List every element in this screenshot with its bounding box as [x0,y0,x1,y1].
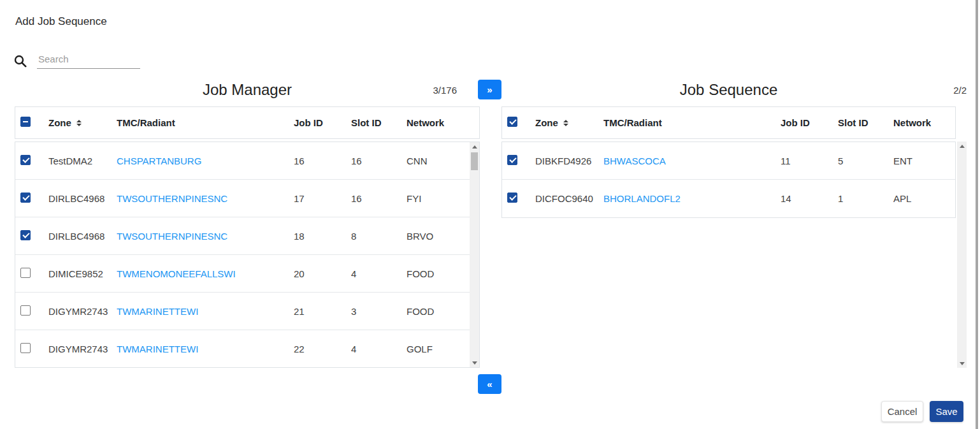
scroll-up-icon[interactable] [470,142,479,151]
search-input[interactable] [37,52,140,69]
slot-id-cell: 4 [351,344,407,354]
tmc-link[interactable]: BHORLANDOFL2 [603,193,681,204]
network-cell: FYI [407,193,470,204]
table-row[interactable]: DIRLBC4968 TWSOUTHERNPINESNC 17 16 FYI [15,180,470,217]
job-manager-count: 3/176 [433,85,457,96]
table-row[interactable]: TestDMA2 CHSPARTANBURG 16 16 CNN [15,142,470,180]
page-title: Add Job Sequence [15,15,107,28]
network-cell: CNN [407,156,470,166]
job-sequence-title: Job Sequence [501,76,956,103]
row-checkbox[interactable] [507,155,517,165]
scrollbar-thumb[interactable] [471,152,478,170]
save-button[interactable]: Save [930,401,963,422]
cancel-button[interactable]: Cancel [881,401,923,422]
zone-cell: TestDMA2 [48,156,117,166]
slot-id-cell: 4 [351,268,407,279]
move-to-sequence-button[interactable]: » [478,80,501,99]
select-all-checkbox[interactable] [507,117,517,127]
zone-cell: DIRLBC4968 [48,231,117,242]
job-id-header: Job ID [294,117,351,128]
job-id-cell: 21 [294,306,351,317]
network-header: Network [893,117,955,128]
sort-icon [76,120,82,126]
zone-cell: DIMICE9852 [48,268,117,279]
row-checkbox[interactable] [20,230,31,240]
network-cell: APL [893,193,955,204]
job-id-cell: 17 [294,193,351,204]
table-row[interactable]: DICFOC9640 BHORLANDOFL2 14 1 APL [502,180,955,217]
network-cell: ENT [893,156,955,166]
slot-id-cell: 1 [838,193,893,204]
job-id-header: Job ID [781,117,838,128]
job-id-cell: 16 [294,156,351,166]
select-all-checkbox[interactable] [20,117,31,127]
job-sequence-body: DIBKFD4926 BHWASCOCA 11 5 ENT DICFOC9640… [501,142,956,218]
row-checkbox[interactable] [20,193,31,203]
row-checkbox[interactable] [20,155,31,165]
job-sequence-scrollbar [957,142,967,368]
tmc-link[interactable]: BHWASCOCA [603,156,666,166]
table-row[interactable]: DIMICE9852 TWMENOMONEEFALLSWI 20 4 FOOD [15,255,470,293]
job-sequence-count: 2/2 [953,85,967,96]
scroll-down-icon[interactable] [957,359,967,368]
slot-id-header: Slot ID [838,117,893,128]
job-id-cell: 18 [294,231,351,242]
network-cell: BRVO [407,231,470,242]
slot-id-cell: 3 [351,306,407,317]
move-to-manager-button[interactable]: « [478,374,501,394]
table-row[interactable]: DIGYMR2743 TWMARINETTEWI 21 3 FOOD [15,293,470,330]
slot-id-header: Slot ID [351,117,407,128]
job-sequence-panel: Job Sequence 2/2 Zone TMC/Radiant Job ID… [501,76,956,218]
slot-id-cell: 16 [351,156,407,166]
zone-cell: DIGYMR2743 [48,344,117,354]
job-id-cell: 14 [781,193,838,204]
slot-id-cell: 5 [838,156,893,166]
zone-sort-header[interactable]: Zone [535,117,603,128]
row-checkbox[interactable] [20,305,31,316]
tmc-link[interactable]: TWSOUTHERNPINESNC [117,193,227,204]
job-sequence-header: Zone TMC/Radiant Job ID Slot ID Network [501,106,956,139]
job-manager-body: TestDMA2 CHSPARTANBURG 16 16 CNN DIRLBC4… [15,142,480,368]
job-id-cell: 20 [294,268,351,279]
scroll-up-icon[interactable] [957,142,967,150]
network-cell: FOOD [407,306,470,317]
job-id-cell: 22 [294,344,351,354]
network-header: Network [407,117,479,128]
slot-id-cell: 8 [351,231,407,242]
tmc-link[interactable]: CHSPARTANBURG [117,156,201,166]
scroll-down-icon[interactable] [470,358,479,367]
zone-cell: DICFOC9640 [535,193,603,204]
tmc-link[interactable]: TWSOUTHERNPINESNC [117,231,227,242]
tmc-header: TMC/Radiant [603,117,781,128]
job-manager-title: Job Manager [15,76,480,103]
zone-cell: DIRLBC4968 [48,193,117,204]
search-icon [14,55,27,68]
job-id-cell: 11 [781,156,838,166]
table-row[interactable]: DIGYMR2743 TWMARINETTEWI 22 4 GOLF [15,330,470,368]
row-checkbox[interactable] [20,268,31,278]
table-row[interactable]: DIBKFD4926 BHWASCOCA 11 5 ENT [502,142,955,180]
zone-cell: DIGYMR2743 [48,306,117,317]
tmc-link[interactable]: TWMARINETTEWI [117,306,198,317]
sort-icon [563,120,568,126]
row-checkbox[interactable] [507,193,517,203]
zone-cell: DIBKFD4926 [535,156,603,166]
row-checkbox[interactable] [20,343,31,353]
tmc-header: TMC/Radiant [117,117,294,128]
table-row[interactable]: DIRLBC4968 TWSOUTHERNPINESNC 18 8 BRVO [15,217,470,255]
network-cell: GOLF [407,344,470,354]
network-cell: FOOD [407,268,470,279]
window-scrollbar-track [976,0,978,429]
job-manager-panel: Job Manager 3/176 Zone TMC/Radiant Job I… [15,76,480,368]
search-bar [14,52,140,69]
tmc-link[interactable]: TWMENOMONEEFALLSWI [117,268,236,279]
zone-sort-header[interactable]: Zone [48,117,117,128]
job-manager-scrollbar [470,142,479,367]
slot-id-cell: 16 [351,193,407,204]
tmc-link[interactable]: TWMARINETTEWI [117,344,198,354]
job-manager-header: Zone TMC/Radiant Job ID Slot ID Network [15,106,480,139]
